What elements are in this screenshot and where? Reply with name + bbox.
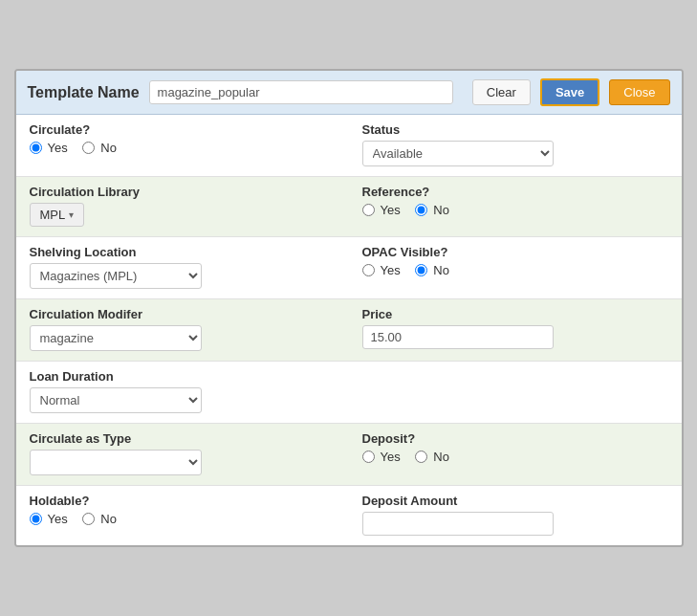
price-input[interactable]: [362, 325, 554, 349]
circ-library-label: Circulation Library: [30, 185, 336, 199]
shelving-location-label: Shelving Location: [30, 245, 336, 259]
cell-opac-visible: OPAC Visible? Yes No: [349, 237, 682, 298]
row-circ-modifier-price: Circulation Modifer magazine book dvd pe…: [16, 299, 682, 362]
circ-modifier-field-row: magazine book dvd periodical: [30, 325, 336, 351]
holdable-yes-radio[interactable]: [30, 513, 42, 525]
status-field-row: Available Bindery Checked out Claims Ret…: [362, 141, 668, 166]
circulate-label: Circulate?: [30, 122, 336, 137]
opac-visible-no-radio[interactable]: [415, 264, 427, 276]
holdable-radio-group: Yes No: [30, 512, 336, 526]
cell-shelving-location: Shelving Location Magazines (MPL) Stacks…: [16, 237, 349, 298]
opac-visible-yes-radio[interactable]: [362, 264, 375, 276]
loan-duration-field-row: Normal Short Extended: [30, 387, 668, 413]
deposit-radio-group: Yes No: [362, 450, 668, 464]
circ-library-button[interactable]: MPL ▾: [30, 203, 85, 227]
clear-button[interactable]: Clear: [472, 79, 531, 105]
deposit-no-radio[interactable]: [415, 451, 427, 463]
holdable-label: Holdable?: [30, 494, 336, 508]
circ-library-arrow-icon: ▾: [69, 209, 74, 220]
row-circ-library-reference: Circulation Library MPL ▾ Reference? Yes…: [16, 177, 682, 237]
opac-visible-label: OPAC Visible?: [362, 245, 668, 259]
row-shelving-opac: Shelving Location Magazines (MPL) Stacks…: [16, 237, 682, 299]
price-label: Price: [362, 307, 668, 321]
cell-status: Status Available Bindery Checked out Cla…: [349, 115, 682, 176]
circ-as-type-field-row: Book Magazine: [30, 450, 336, 475]
row-holdable-deposit-amount: Holdable? Yes No Deposit Amount: [16, 486, 682, 545]
deposit-yes-label[interactable]: Yes: [381, 450, 401, 464]
status-select[interactable]: Available Bindery Checked out Claims Ret…: [362, 141, 554, 166]
reference-yes-label[interactable]: Yes: [381, 203, 401, 217]
shelving-location-select[interactable]: Magazines (MPL) Stacks (MPL) Reference (…: [30, 263, 202, 289]
circulate-radio-group: Yes No: [30, 141, 336, 155]
cell-circulate-as-type: Circulate as Type Book Magazine: [16, 424, 349, 485]
circ-modifier-select[interactable]: magazine book dvd periodical: [30, 325, 202, 351]
reference-radio-group: Yes No: [362, 203, 668, 217]
cell-price: Price: [349, 299, 682, 361]
reference-yes-radio[interactable]: [362, 204, 375, 216]
loan-duration-label: Loan Duration: [30, 369, 668, 384]
row-circ-as-type-deposit: Circulate as Type Book Magazine Deposit?…: [16, 424, 682, 486]
cell-deposit-amount: Deposit Amount: [349, 486, 682, 545]
holdable-no-label[interactable]: No: [100, 512, 117, 526]
circ-library-field-row: MPL ▾: [30, 203, 336, 227]
circ-modifier-label: Circulation Modifer: [30, 307, 336, 321]
cell-circ-library: Circulation Library MPL ▾: [16, 177, 349, 236]
reference-label: Reference?: [362, 185, 668, 199]
template-name-input[interactable]: [149, 80, 453, 104]
template-name-label: Template Name: [28, 84, 140, 101]
form-body: Circulate? Yes No Status Available Binde…: [16, 115, 682, 545]
cell-reference: Reference? Yes No: [349, 177, 682, 236]
holdable-yes-label[interactable]: Yes: [48, 512, 68, 526]
header-bar: Template Name Clear Save Close: [16, 71, 682, 115]
cell-circulate: Circulate? Yes No: [16, 115, 349, 176]
row-loan-duration: Loan Duration Normal Short Extended: [16, 362, 682, 424]
price-field-row: [362, 325, 668, 349]
deposit-amount-field-row: [362, 512, 668, 536]
cell-deposit: Deposit? Yes No: [349, 424, 682, 485]
circ-library-value: MPL: [40, 208, 66, 222]
reference-no-radio[interactable]: [415, 204, 427, 216]
deposit-amount-input[interactable]: [362, 512, 554, 536]
loan-duration-select[interactable]: Normal Short Extended: [30, 387, 202, 413]
deposit-amount-label: Deposit Amount: [362, 494, 668, 508]
cell-holdable: Holdable? Yes No: [16, 486, 349, 545]
opac-visible-radio-group: Yes No: [362, 263, 668, 277]
deposit-label: Deposit?: [362, 431, 668, 446]
row-circulate-status: Circulate? Yes No Status Available Binde…: [16, 115, 682, 177]
holdable-no-radio[interactable]: [82, 513, 95, 525]
save-button[interactable]: Save: [540, 78, 599, 106]
circulate-no-radio[interactable]: [82, 142, 95, 154]
status-label: Status: [362, 122, 668, 137]
circulate-yes-radio[interactable]: [30, 142, 42, 154]
cell-loan-duration: Loan Duration Normal Short Extended: [16, 362, 682, 423]
deposit-yes-radio[interactable]: [362, 451, 375, 463]
opac-visible-yes-label[interactable]: Yes: [381, 263, 401, 277]
circ-as-type-select[interactable]: Book Magazine: [30, 450, 202, 475]
shelving-location-field-row: Magazines (MPL) Stacks (MPL) Reference (…: [30, 263, 336, 289]
circ-as-type-label: Circulate as Type: [30, 431, 336, 446]
circulate-yes-label[interactable]: Yes: [48, 141, 68, 155]
close-button[interactable]: Close: [609, 79, 669, 105]
cell-circ-modifier: Circulation Modifer magazine book dvd pe…: [16, 299, 349, 361]
deposit-no-label[interactable]: No: [433, 450, 449, 464]
reference-no-label[interactable]: No: [433, 203, 449, 217]
opac-visible-no-label[interactable]: No: [433, 263, 449, 277]
main-container: Template Name Clear Save Close Circulate…: [14, 69, 684, 547]
circulate-no-label[interactable]: No: [100, 141, 117, 155]
